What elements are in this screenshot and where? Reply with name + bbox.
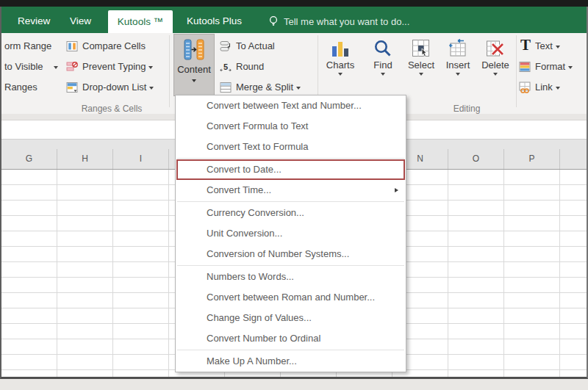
group-divider xyxy=(169,35,170,107)
tell-me-label: Tell me what you want to do... xyxy=(284,16,409,27)
round-icon: 5 xyxy=(220,61,232,73)
content-label: Content xyxy=(174,64,214,75)
window-top-strip xyxy=(0,0,588,7)
delete-icon xyxy=(486,39,505,58)
charts-icon xyxy=(331,39,350,58)
menu-item-make-up-a-number[interactable]: Make Up A Number... xyxy=(176,351,406,372)
to-actual-icon xyxy=(220,40,232,52)
chevron-down-icon xyxy=(192,79,196,82)
column-header-h[interactable]: H xyxy=(57,149,113,169)
ribbon-item-merge-split[interactable]: Merge & Split xyxy=(236,79,301,96)
app-frame: Review View Kutools ™ Kutools Plus Tell … xyxy=(0,7,588,379)
format-icon xyxy=(519,61,531,73)
insert-label: Insert xyxy=(440,59,476,71)
ribbon-item-ranges[interactable]: Ranges xyxy=(4,79,37,96)
menu-item-currency-conversion[interactable]: Currency Conversion... xyxy=(176,203,406,223)
menu-item-number-to-ordinal[interactable]: Convert Number to Ordinal xyxy=(176,328,406,349)
lightbulb-icon xyxy=(268,15,279,27)
menu-item-unit-conversion[interactable]: Unit Conversion... xyxy=(176,223,406,244)
chevron-down-icon xyxy=(556,46,560,48)
excel-kutools-screenshot: Review View Kutools ™ Kutools Plus Tell … xyxy=(0,0,588,390)
delete-label: Delete xyxy=(476,59,514,71)
ribbon-item-link[interactable]: Link xyxy=(535,79,560,96)
prevent-typing-icon xyxy=(66,61,78,73)
tab-view[interactable]: View xyxy=(70,15,91,26)
merge-split-icon xyxy=(220,82,232,93)
insert-icon xyxy=(448,39,467,58)
tab-review[interactable]: Review xyxy=(18,15,50,26)
group-label-editing: Editing xyxy=(453,104,481,114)
column-header-i[interactable]: I xyxy=(113,149,169,169)
find-icon xyxy=(373,39,392,58)
chevron-down-icon xyxy=(148,66,153,69)
ribbon-tab-bar: Review View Kutools ™ Kutools Plus Tell … xyxy=(1,7,587,33)
menu-item-roman-and-number[interactable]: Convert between Roman and Number... xyxy=(176,287,406,308)
window-bottom-strip xyxy=(0,379,588,390)
chevron-down-icon xyxy=(456,73,460,76)
menu-separator xyxy=(177,201,404,202)
menu-item-change-sign[interactable]: Change Sign of Values... xyxy=(176,308,406,328)
group-label-ranges-cells: Ranges & Cells xyxy=(82,104,143,114)
find-label: Find xyxy=(365,59,401,71)
chevron-down-icon xyxy=(556,87,560,90)
tab-kutools-plus[interactable]: Kutools Plus xyxy=(187,15,242,26)
content-icon xyxy=(183,38,205,62)
menu-item-convert-to-date[interactable]: Convert to Date... xyxy=(176,159,406,180)
charts-button[interactable]: Charts xyxy=(320,35,360,98)
menu-separator xyxy=(177,350,404,350)
ribbon-item-round[interactable]: Round xyxy=(236,58,264,76)
chevron-down-icon xyxy=(338,73,343,76)
menu-item-numbers-to-words[interactable]: Numbers to Words... xyxy=(176,267,406,287)
ribbon-item-to-actual[interactable]: To Actual xyxy=(236,37,275,55)
group-divider xyxy=(516,35,517,107)
ribbon-item-paste-to-visible[interactable]: to Visible xyxy=(4,58,58,76)
column-header-p[interactable]: P xyxy=(504,149,560,169)
select-icon xyxy=(412,39,431,58)
select-button[interactable]: Select xyxy=(403,35,440,98)
select-label: Select xyxy=(403,59,440,71)
ribbon-item-text[interactable]: Text xyxy=(535,37,560,55)
find-button[interactable]: Find xyxy=(365,35,401,98)
chevron-down-icon xyxy=(149,87,154,90)
ribbon-item-compare-cells[interactable]: Compare Cells xyxy=(82,37,146,55)
menu-item-convert-text-number[interactable]: Convert between Text and Number... xyxy=(176,95,406,116)
charts-label: Charts xyxy=(320,59,360,71)
column-header-g[interactable]: G xyxy=(1,149,57,169)
menu-item-convert-time[interactable]: Convert Time... xyxy=(176,180,406,201)
ribbon-item-prevent-typing[interactable]: Prevent Typing xyxy=(82,58,153,76)
chevron-down-icon xyxy=(54,66,58,69)
insert-button[interactable]: Insert xyxy=(440,35,476,98)
ribbon-item-transform-range[interactable]: orm Range xyxy=(4,37,51,55)
ribbon-item-format[interactable]: Format xyxy=(535,58,573,76)
ribbon-item-drop-down-list[interactable]: Drop-down List xyxy=(82,79,154,96)
chevron-down-icon xyxy=(493,73,498,76)
delete-button[interactable]: Delete xyxy=(476,35,514,98)
menu-item-convert-formula-to-text[interactable]: Convert Formula to Text xyxy=(176,116,406,137)
content-button[interactable]: Content xyxy=(173,34,215,96)
link-icon xyxy=(519,82,531,93)
chevron-down-icon xyxy=(568,66,573,69)
drop-down-list-icon xyxy=(66,82,78,93)
menu-item-convert-text-to-formula[interactable]: Convert Text to Formula xyxy=(176,137,406,157)
content-dropdown-menu: Convert between Text and Number... Conve… xyxy=(175,95,406,372)
column-header-o[interactable]: O xyxy=(448,149,504,169)
tell-me-box[interactable]: Tell me what you want to do... xyxy=(268,15,409,27)
chevron-down-icon xyxy=(296,87,301,90)
menu-item-number-systems[interactable]: Conversion of Number Systems... xyxy=(176,244,406,264)
submenu-arrow-icon xyxy=(395,188,398,192)
text-icon: T xyxy=(520,37,531,52)
menu-separator xyxy=(177,158,404,159)
tab-kutools[interactable]: Kutools ™ xyxy=(108,10,173,33)
svg-text:5: 5 xyxy=(223,62,228,71)
chevron-down-icon xyxy=(381,73,385,76)
menu-separator xyxy=(177,265,404,266)
chevron-down-icon xyxy=(419,73,423,76)
compare-cells-icon xyxy=(66,40,78,52)
